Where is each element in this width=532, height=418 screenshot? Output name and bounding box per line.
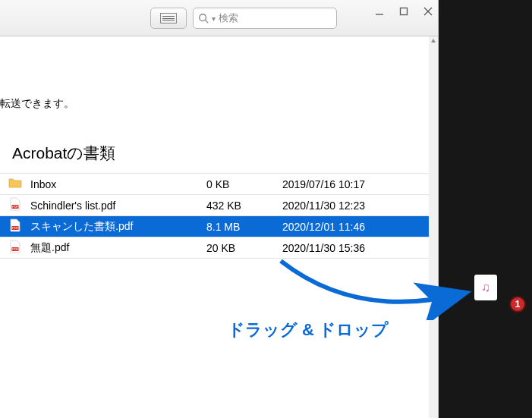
close-button[interactable] (420, 3, 436, 20)
table-row[interactable]: Inbox0 KB2019/07/16 10:17 (0, 174, 429, 195)
toolbar: ▾ 検索 (150, 8, 337, 29)
notification-badge: 1 (509, 296, 526, 313)
app-window: ▾ 検索 転送できます。 Acrobatの書類 (0, 0, 439, 418)
list-icon (160, 13, 177, 24)
file-table: Inbox0 KB2019/07/16 10:17PDFSchindler's … (0, 173, 429, 259)
desktop-file-icon[interactable]: ♫ (474, 275, 497, 300)
svg-marker-6 (431, 39, 436, 42)
stage: ▾ 検索 転送できます。 Acrobatの書類 (0, 0, 532, 418)
file-date: 2020/12/01 11:46 (282, 221, 429, 233)
minimize-button[interactable] (371, 3, 388, 20)
titlebar: ▾ 検索 (0, 0, 438, 36)
svg-line-1 (206, 20, 209, 24)
drag-drop-label: ドラッグ & ドロップ (228, 319, 389, 341)
search-input[interactable]: ▾ 検索 (193, 8, 337, 29)
file-size: 432 KB (206, 200, 282, 212)
file-size: 20 KB (206, 242, 282, 254)
scroll-up-button[interactable] (429, 36, 438, 46)
transfer-hint: 転送できます。 (0, 97, 429, 143)
file-date: 2020/11/30 15:36 (282, 242, 429, 254)
svg-rect-3 (401, 8, 408, 15)
folder-icon (8, 176, 22, 192)
file-date: 2020/11/30 12:23 (282, 200, 429, 212)
view-list-button[interactable] (150, 8, 187, 29)
file-size: 8.1 MB (206, 221, 282, 233)
table-row[interactable]: PDFSchindler's list.pdf432 KB2020/11/30 … (0, 195, 429, 216)
chevron-down-icon: ▾ (212, 14, 216, 23)
file-name: Inbox (30, 178, 206, 190)
svg-text:PDF: PDF (12, 226, 19, 230)
file-date: 2019/07/16 10:17 (282, 178, 429, 190)
svg-text:PDF: PDF (12, 247, 19, 251)
search-placeholder: 検索 (219, 11, 238, 25)
svg-point-0 (200, 14, 206, 21)
pdf-icon: PDF (8, 218, 22, 234)
maximize-button[interactable] (395, 3, 412, 20)
page-title: Acrobatの書類 (0, 143, 429, 173)
pdf-icon: PDF (8, 197, 22, 213)
file-name: スキャンした書類.pdf (30, 220, 206, 234)
table-row[interactable]: PDF無題.pdf20 KB2020/11/30 15:36 (0, 237, 429, 259)
file-size: 0 KB (206, 178, 282, 190)
svg-text:PDF: PDF (12, 205, 19, 209)
music-note-icon: ♫ (481, 281, 490, 294)
window-controls (371, 3, 436, 20)
file-name: 無題.pdf (30, 241, 206, 255)
pdf-icon: PDF (8, 240, 22, 256)
file-name: Schindler's list.pdf (30, 200, 206, 212)
table-row[interactable]: PDFスキャンした書類.pdf8.1 MB2020/12/01 11:46 (0, 216, 429, 237)
search-icon (198, 13, 209, 24)
scrollbar[interactable] (429, 36, 438, 418)
content-pane: 転送できます。 Acrobatの書類 Inbox0 KB2019/07/16 1… (0, 36, 429, 418)
